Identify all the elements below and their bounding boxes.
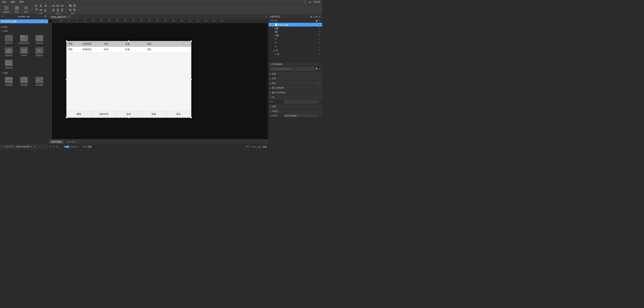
status-style-label[interactable]: 样式	[263, 145, 267, 148]
nav-fwd-icon[interactable]: ▶	[316, 15, 318, 18]
resource-extra-icon[interactable]: ⊕	[34, 145, 36, 148]
tab-close-icon[interactable]: ×	[68, 16, 69, 18]
control-drag-container[interactable]: 拖动容器	[2, 46, 16, 58]
obj-item-6[interactable]: T 👁	[268, 45, 322, 49]
align-right-btn[interactable]	[43, 4, 47, 8]
obj-eye-3[interactable]: 👁	[318, 34, 321, 37]
order-bwd-btn[interactable]	[73, 8, 77, 12]
cursor-icon[interactable]: ✛	[53, 145, 54, 148]
obj-eye-btn[interactable]: 👁	[318, 24, 321, 26]
control-tab-view[interactable]: 标签视图	[2, 76, 16, 87]
handle-ml[interactable]	[66, 79, 67, 80]
btn-delete[interactable]: 删除	[66, 111, 92, 117]
nav-back-icon[interactable]: ◀	[310, 15, 312, 18]
menu-item-view[interactable]: 查看	[18, 0, 24, 4]
control-slide-view[interactable]: 滑动视图	[32, 76, 47, 87]
obj-eye-8[interactable]: 👁	[318, 53, 321, 56]
obj-eye-icon[interactable]: 👁	[319, 20, 321, 22]
obj-item-3[interactable]: ▼ 👁	[268, 34, 322, 37]
prop-add-icon[interactable]: +	[319, 67, 321, 71]
obj-lock-icon[interactable]: 🔒	[316, 20, 318, 22]
text-input-field[interactable]	[284, 100, 318, 104]
dist-v1-btn[interactable]	[52, 8, 56, 12]
section-header-basic[interactable]: ▶ 基础	[0, 25, 48, 29]
section-header-container[interactable]: ▼ 容器	[0, 29, 48, 33]
prop-section-style-header[interactable]: ▶ 样式 ⋯	[268, 81, 322, 85]
prop-section-value-header[interactable]: ▼ 值	[268, 95, 322, 99]
prop-section-focus-header[interactable]: ▶ 窗口子控件焦点	[268, 90, 322, 95]
dist-h2-btn[interactable]	[56, 4, 60, 8]
settings-icon[interactable]: ⚙	[308, 0, 312, 4]
dist-h3-btn[interactable]	[60, 4, 64, 8]
prop-section-transition-header[interactable]: ▶ 窗口过渡动画	[268, 86, 322, 90]
btn-exit[interactable]: 退出	[166, 111, 191, 117]
btn-clear-all[interactable]: 清除全部	[92, 111, 116, 117]
obj-eye-7[interactable]: 👁	[318, 49, 321, 52]
control-scroll-view[interactable]: 滚动视图	[17, 76, 32, 87]
obj-eye-2[interactable]: 👁	[318, 31, 321, 33]
control-list-item[interactable]: 列表项	[17, 46, 32, 58]
obj-item-2[interactable]: 👁	[268, 30, 322, 34]
zoom-minus-btn[interactable]: -	[62, 146, 63, 148]
align-left-btn[interactable]	[34, 4, 38, 8]
obj-home-page[interactable]: ▼ 📄 home_page 👁	[268, 23, 322, 27]
obj-eye-5[interactable]: 👁	[318, 42, 321, 44]
dist-v2-btn[interactable]	[56, 8, 60, 12]
align-middle-btn[interactable]	[39, 8, 43, 12]
handle-tl[interactable]	[66, 41, 67, 42]
grid-icon2[interactable]: ⊞	[56, 145, 58, 148]
prop-section-custom-header[interactable]: ▼ 自定义	[268, 109, 322, 113]
new-window-button[interactable]: 新建窗体	[2, 5, 12, 14]
obj-eye-4[interactable]: 👁	[318, 38, 321, 41]
prop-search-icon[interactable]: 🔍	[316, 68, 318, 70]
prop-section-name-header[interactable]: ▶ 名称	[268, 72, 322, 76]
canvas-scroll[interactable]: 序数 告警级别 时间 设备 消息 / 序数 告警级别 时间 设备	[52, 23, 268, 139]
nav-extra-icon[interactable]: ⊕	[318, 15, 321, 18]
tab-scroll-arrow[interactable]: ▾	[265, 16, 268, 18]
obj-eye-1[interactable]: 👁	[318, 27, 321, 30]
tab-form-editor[interactable]: form editor	[50, 140, 64, 143]
order-back-btn[interactable]	[73, 4, 77, 8]
btn-load[interactable]: 加载	[141, 111, 166, 117]
nav-up-icon[interactable]: ▲	[312, 15, 315, 18]
style-extra-icon[interactable]: ⋯	[318, 82, 321, 85]
align-top-btn[interactable]	[34, 8, 38, 12]
zoom-plus-btn[interactable]: +	[79, 146, 80, 148]
control-tab-group[interactable]: TAB 标签按钮分组	[17, 34, 32, 46]
frame-button[interactable]: 窗体	[22, 5, 30, 14]
dist-v3-btn[interactable]	[60, 8, 64, 12]
btn-save[interactable]: 保存	[116, 111, 141, 117]
order-front-btn[interactable]	[68, 4, 72, 8]
prop-section-layout-header[interactable]: ▶ 布局	[268, 76, 322, 81]
help-icon[interactable]: ❓	[302, 0, 307, 4]
vmodel-delete-icon[interactable]: ×	[320, 114, 321, 117]
align-center-btn[interactable]	[39, 4, 43, 8]
handle-tc[interactable]	[128, 41, 130, 42]
prop-search-input[interactable]	[270, 67, 315, 71]
grid-icon[interactable]: ⊞	[50, 145, 51, 148]
section-header-view[interactable]: ▼ 视图	[0, 71, 48, 75]
control-grid-container[interactable]: 网格容器	[2, 59, 16, 70]
more-icon[interactable]: ⋯	[44, 20, 47, 23]
vmodel-value-field[interactable]: log_message	[284, 114, 318, 117]
control-general-container[interactable]: 通用容器	[2, 34, 16, 46]
prop-section-misc-header[interactable]: ▶ 杂项	[268, 104, 322, 109]
align-bottom-btn[interactable]	[43, 8, 47, 12]
mockup-frame[interactable]: 序数 告警级别 时间 设备 消息 / 序数 告警级别 时间 设备	[66, 41, 192, 118]
control-page-container[interactable]: 页面容器	[32, 34, 47, 46]
text-edit-icon[interactable]: ✎	[319, 100, 321, 103]
obj-item-4[interactable]: T 👁	[268, 37, 322, 41]
obj-item-7[interactable]: ▶ ☰ 👁	[268, 49, 322, 52]
handle-mr[interactable]	[190, 79, 192, 80]
tab-text-editor[interactable]: text editor	[65, 140, 78, 143]
handle-tr[interactable]	[190, 41, 192, 42]
panel-menu-icon[interactable]: ☰	[44, 15, 47, 18]
obj-eye-6[interactable]: 👁	[318, 46, 321, 48]
tab-home-page[interactable]: home_page.xml* ×	[49, 15, 72, 19]
preview-button[interactable]: 预览	[13, 5, 21, 14]
control-clip-container[interactable]: 剪裁容器	[32, 46, 47, 58]
file-item-home-page[interactable]: 🏠 home_page ★ ⋯	[0, 19, 48, 23]
dist-h1-btn[interactable]	[52, 4, 56, 8]
zoom-slider[interactable]	[64, 145, 78, 148]
obj-item-8[interactable]: ▶ ☰ 👁	[268, 52, 322, 56]
